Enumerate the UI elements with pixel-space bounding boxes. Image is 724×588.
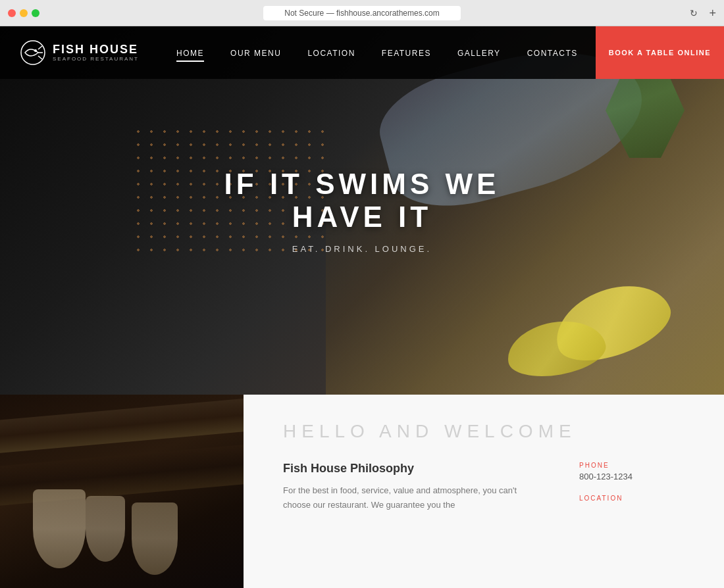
food-item-3 [132,502,178,575]
hero-title: IF IT SWIMS WE HAVE IT [181,168,543,233]
nav-item-home[interactable]: HOME [176,47,204,59]
hero-section: IF IT SWIMS WE HAVE IT EAT. DRINK. LOUNG… [0,26,724,395]
fish-icon [20,39,46,66]
nav-links: HOME OUR MENU LOCATION FEATURES GALLERY … [159,47,596,59]
refresh-button[interactable]: ↻ [690,8,698,18]
philosophy-title: Fish House Philosophy [283,462,540,476]
nav-item-gallery[interactable]: GALLERY [457,47,501,59]
content-grid: Fish House Philosophy For the best in fo… [283,462,685,512]
right-content-panel: HELLO AND WELCOME Fish House Philosophy … [244,395,724,588]
browser-traffic-lights [8,9,39,17]
nav-link-home[interactable]: HOME [176,49,204,62]
nav-item-contacts[interactable]: CONTACTS [527,47,578,59]
nav-item-our-menu[interactable]: OUR MENU [230,47,281,59]
location-label: LOCATION [579,495,685,502]
nav-item-features[interactable]: FEATURES [382,47,431,59]
logo-subtitle: SEAFOOD RESTAURANT [53,56,139,62]
hero-content: IF IT SWIMS WE HAVE IT EAT. DRINK. LOUNG… [181,168,543,254]
left-image-panel [0,395,244,588]
new-tab-button[interactable]: + [709,6,716,20]
minimize-button-dot[interactable] [20,9,28,17]
nav-link-our-menu[interactable]: OUR MENU [230,49,281,61]
address-text: Not Secure — fishhouse.ancorathemes.com [284,9,439,18]
philosophy-block: Fish House Philosophy For the best in fo… [283,462,540,512]
close-button-dot[interactable] [8,9,16,17]
book-table-button[interactable]: BOOK A TABLE ONLINE [596,26,724,79]
contact-info-block: PHONE 800-123-1234 LOCATION [579,462,685,512]
nav-link-location[interactable]: LOCATION [307,49,355,61]
logo-area: FISH HOUSE SEAFOOD RESTAURANT [0,39,159,66]
address-bar[interactable]: Not Secure — fishhouse.ancorathemes.com [263,6,461,20]
phone-value: 800-123-1234 [579,472,685,481]
below-fold-section: HELLO AND WELCOME Fish House Philosophy … [0,395,724,588]
hero-subtitle: EAT. DRINK. LOUNGE. [181,244,543,254]
logo-text: FISH HOUSE SEAFOOD RESTAURANT [53,43,139,62]
navbar: FISH HOUSE SEAFOOD RESTAURANT HOME OUR M… [0,26,724,79]
welcome-heading: HELLO AND WELCOME [283,421,685,442]
website-content: FISH HOUSE SEAFOOD RESTAURANT HOME OUR M… [0,26,724,588]
nav-item-location[interactable]: LOCATION [307,47,355,59]
food-item-1 [33,489,86,568]
svg-point-1 [34,49,37,52]
nav-link-contacts[interactable]: CONTACTS [527,49,578,61]
nav-link-features[interactable]: FEATURES [382,49,431,61]
phone-label: PHONE [579,462,685,469]
food-item-2 [86,496,125,562]
logo-name: FISH HOUSE [53,43,139,57]
nav-link-gallery[interactable]: GALLERY [457,49,501,61]
browser-chrome: Not Secure — fishhouse.ancorathemes.com … [0,0,724,26]
philosophy-text: For the best in food, service, value and… [283,483,540,512]
maximize-button-dot[interactable] [32,9,39,17]
